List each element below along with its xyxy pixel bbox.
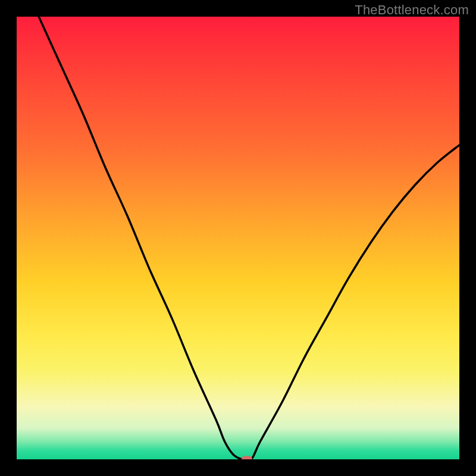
plot-area xyxy=(17,17,459,459)
bottleneck-curve-path xyxy=(39,17,459,459)
optimum-marker xyxy=(242,456,252,460)
watermark-text: TheBottleneck.com xyxy=(355,2,469,18)
chart-container: TheBottleneck.com xyxy=(0,0,476,476)
curve-layer xyxy=(17,17,459,459)
